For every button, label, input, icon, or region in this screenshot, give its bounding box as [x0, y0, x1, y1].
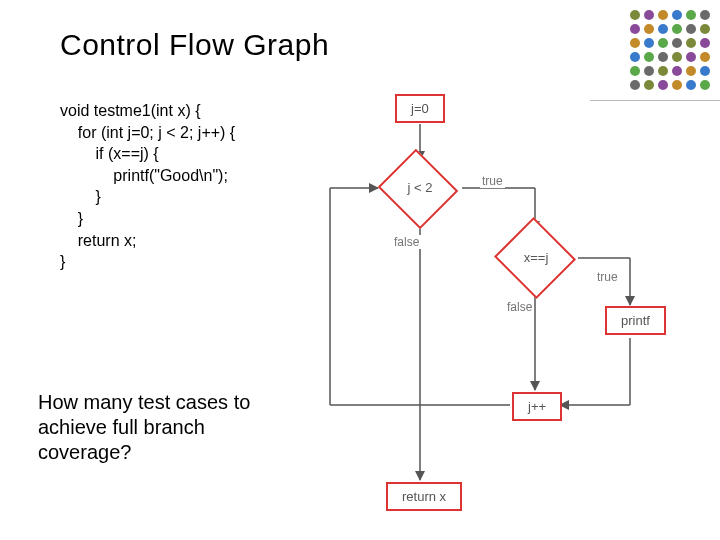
- decorative-dot-grid: [630, 10, 712, 92]
- node-init: j=0: [395, 94, 445, 123]
- edge-label-cond1-false: false: [392, 235, 421, 249]
- node-return-label: return x: [402, 489, 446, 504]
- node-printf-label: printf: [621, 313, 650, 328]
- node-cond2-label: x==j: [514, 250, 558, 265]
- node-inc: j++: [512, 392, 562, 421]
- node-init-label: j=0: [411, 101, 429, 116]
- node-return: return x: [386, 482, 462, 511]
- question-text: How many test cases to achieve full bran…: [38, 390, 298, 465]
- edge-label-cond1-true: true: [480, 174, 505, 188]
- code-snippet: void testme1(int x) { for (int j=0; j < …: [60, 100, 235, 273]
- node-printf: printf: [605, 306, 666, 335]
- page-title: Control Flow Graph: [60, 28, 329, 62]
- edge-label-cond2-false: false: [505, 300, 534, 314]
- node-cond1-label: j < 2: [400, 180, 440, 195]
- node-inc-label: j++: [528, 399, 546, 414]
- flowchart: j=0 j < 2 x==j printf j++ return x true …: [300, 90, 720, 530]
- edge-label-cond2-true: true: [595, 270, 620, 284]
